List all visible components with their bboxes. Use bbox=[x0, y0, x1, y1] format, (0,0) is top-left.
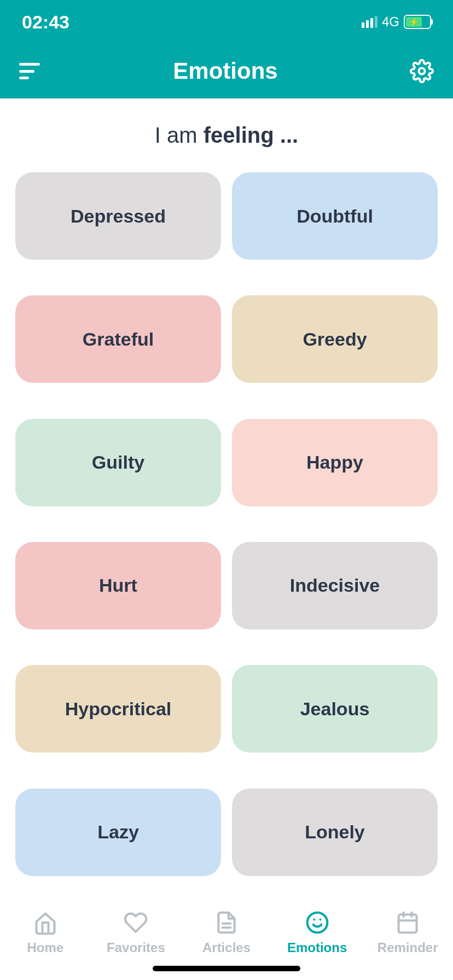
document-icon bbox=[214, 911, 239, 935]
emotion-card-grateful[interactable]: Grateful bbox=[15, 295, 221, 383]
svg-rect-6 bbox=[399, 914, 417, 932]
emotion-card-jealous[interactable]: Jealous bbox=[232, 665, 438, 752]
nav-item-favorites[interactable]: Favorites bbox=[95, 911, 177, 955]
nav-item-articles[interactable]: Articles bbox=[185, 911, 268, 955]
header: Emotions bbox=[0, 44, 453, 98]
emotions-grid: DepressedDoubtfulGratefulGreedyGuiltyHap… bbox=[0, 172, 453, 901]
svg-point-0 bbox=[419, 68, 425, 74]
calendar-icon bbox=[396, 911, 420, 935]
home-icon bbox=[33, 911, 57, 935]
nav-item-reminder[interactable]: Reminder bbox=[367, 911, 449, 955]
emotion-card-lonely[interactable]: Lonely bbox=[232, 789, 438, 876]
menu-icon[interactable] bbox=[19, 63, 41, 79]
emotion-card-indecisive[interactable]: Indecisive bbox=[232, 542, 438, 629]
battery-icon: ⚡ bbox=[404, 15, 431, 29]
emotion-card-hurt[interactable]: Hurt bbox=[15, 542, 221, 629]
nav-label: Emotions bbox=[287, 940, 347, 955]
emotion-card-guilty[interactable]: Guilty bbox=[15, 419, 221, 506]
prompt-bold: feeling ... bbox=[204, 123, 298, 147]
feeling-prompt: I am feeling ... bbox=[0, 123, 453, 148]
signal-icon bbox=[362, 16, 378, 28]
nav-label: Articles bbox=[202, 940, 251, 955]
status-bar: 02:43 4G ⚡ bbox=[0, 0, 453, 44]
emotion-card-greedy[interactable]: Greedy bbox=[232, 295, 438, 383]
nav-item-emotions[interactable]: Emotions bbox=[276, 911, 358, 955]
status-indicators: 4G ⚡ bbox=[362, 14, 431, 30]
nav-label: Reminder bbox=[378, 940, 438, 955]
nav-label: Favorites bbox=[107, 940, 165, 955]
emotion-card-happy[interactable]: Happy bbox=[232, 419, 438, 506]
page-title: Emotions bbox=[173, 58, 277, 84]
emotion-card-lazy[interactable]: Lazy bbox=[15, 789, 221, 876]
network-label: 4G bbox=[382, 14, 399, 30]
gear-icon[interactable] bbox=[410, 59, 434, 83]
prompt-prefix: I am bbox=[155, 123, 204, 147]
home-indicator[interactable] bbox=[153, 966, 300, 971]
nav-label: Home bbox=[27, 940, 63, 955]
emotion-card-hypocritical[interactable]: Hypocritical bbox=[15, 665, 221, 752]
heart-icon bbox=[124, 911, 148, 935]
smile-icon bbox=[305, 911, 329, 935]
svg-point-3 bbox=[307, 913, 327, 933]
status-time: 02:43 bbox=[22, 11, 69, 33]
nav-item-home[interactable]: Home bbox=[4, 911, 86, 955]
emotion-card-doubtful[interactable]: Doubtful bbox=[232, 172, 438, 260]
emotion-card-depressed[interactable]: Depressed bbox=[15, 172, 221, 260]
